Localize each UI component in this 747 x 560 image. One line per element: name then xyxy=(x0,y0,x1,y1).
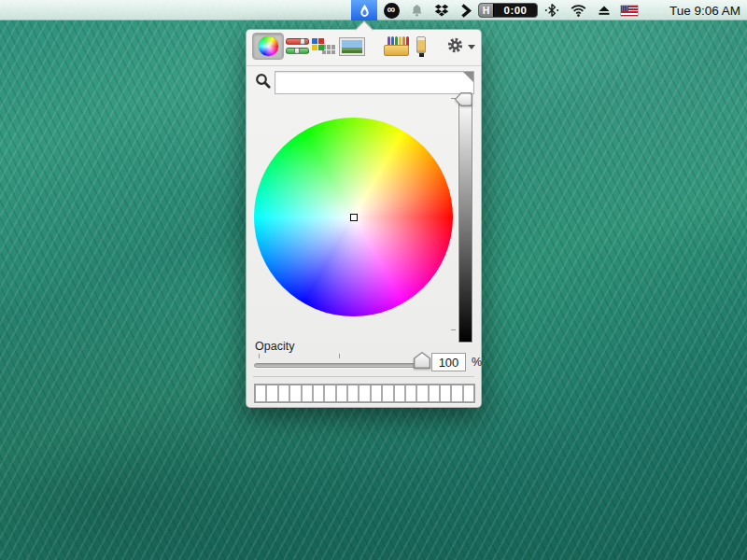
menubar-item-chevron-app[interactable] xyxy=(456,0,476,21)
swatch-cell[interactable] xyxy=(256,385,267,401)
water-drop-icon xyxy=(358,3,372,19)
swatch-cell[interactable] xyxy=(452,385,463,401)
search-field-wrap xyxy=(275,71,474,94)
timer-value: 0:00 xyxy=(494,5,537,16)
menubar-item-input-source[interactable] xyxy=(616,0,642,21)
swatch-cell[interactable] xyxy=(417,385,429,401)
swatch-cell[interactable] xyxy=(430,385,441,401)
color-wheel-cursor[interactable] xyxy=(350,214,358,221)
opacity-slider[interactable] xyxy=(254,363,429,368)
brightness-slider[interactable] xyxy=(458,98,472,343)
image-palette-icon xyxy=(339,37,365,56)
brightness-slider-thumb[interactable] xyxy=(455,92,472,106)
opacity-tick-0 xyxy=(259,354,260,358)
crayon-box-icon xyxy=(384,36,409,56)
menubar-clock[interactable]: Tue 9:06 AM xyxy=(664,4,745,18)
swatch-cell[interactable] xyxy=(348,385,359,401)
timer-badge: H 0:00 xyxy=(478,3,538,18)
swatch-cell[interactable] xyxy=(395,385,406,401)
tab-color-sliders[interactable] xyxy=(285,33,310,60)
color-wheel[interactable] xyxy=(254,118,453,316)
brightness-tick-bottom xyxy=(451,329,456,330)
wifi-icon xyxy=(571,4,586,17)
color-sliders-icon xyxy=(286,38,309,54)
toolbar-divider xyxy=(247,65,481,66)
menubar-item-dropbox[interactable] xyxy=(430,0,454,21)
swatch-cell[interactable] xyxy=(441,385,452,401)
swatch-cell[interactable] xyxy=(303,385,314,401)
swatch-cell[interactable] xyxy=(464,385,473,401)
swatch-cell[interactable] xyxy=(406,385,417,401)
timer-prefix: H xyxy=(479,3,494,18)
opacity-unit: % xyxy=(472,356,482,369)
color-search-input[interactable] xyxy=(275,71,474,94)
swatch-cell[interactable] xyxy=(359,385,371,401)
swatch-cell[interactable] xyxy=(325,385,336,401)
swatch-cell[interactable] xyxy=(267,385,278,401)
chevron-right-icon xyxy=(460,4,472,18)
swatch-cell[interactable] xyxy=(372,385,383,401)
menubar-item-eject[interactable] xyxy=(593,0,614,21)
opacity-tick-50 xyxy=(339,354,340,358)
swatch-divider xyxy=(253,376,474,377)
us-flag-icon xyxy=(621,6,638,16)
menubar-item-bluetooth[interactable] xyxy=(540,0,564,21)
swatch-cell[interactable] xyxy=(383,385,394,401)
action-menu-button[interactable] xyxy=(444,35,476,58)
chevron-down-icon xyxy=(468,45,475,49)
menubar-item-notifications[interactable] xyxy=(405,0,428,21)
opacity-slider-thumb[interactable] xyxy=(414,352,430,369)
menubar-item-color-picker[interactable] xyxy=(351,0,377,21)
menu-bar: ∞ xyxy=(0,0,747,21)
dropbox-icon xyxy=(434,4,449,18)
tab-color-wheel[interactable] xyxy=(252,33,284,60)
menubar-item-creative-cloud[interactable]: ∞ xyxy=(379,0,403,21)
swatch-strip xyxy=(254,384,475,403)
swatch-cell[interactable] xyxy=(279,385,290,401)
swatch-cell[interactable] xyxy=(314,385,325,401)
color-picker-popover: Opacity % xyxy=(246,29,482,408)
swatch-cell[interactable] xyxy=(337,385,348,401)
tab-image-palettes[interactable] xyxy=(338,33,366,60)
opacity-value-input[interactable] xyxy=(431,353,466,371)
menu-bar-status-items: ∞ xyxy=(351,0,745,21)
field-corner-fold-icon xyxy=(463,72,473,82)
creative-cloud-icon: ∞ xyxy=(384,3,400,19)
tab-crayon-box[interactable] xyxy=(382,33,410,60)
color-palettes-icon xyxy=(312,38,335,54)
paint-tube-icon xyxy=(416,36,427,57)
color-wheel-icon xyxy=(259,36,278,56)
bell-icon xyxy=(410,3,424,18)
eject-icon xyxy=(598,5,611,17)
search-icon xyxy=(255,73,272,93)
desktop-wallpaper: ∞ xyxy=(0,0,747,560)
swatch-cell[interactable] xyxy=(290,385,302,401)
gear-icon xyxy=(446,36,464,58)
bluetooth-icon xyxy=(544,3,559,18)
menubar-item-timer[interactable]: H 0:00 xyxy=(478,0,538,21)
tab-color-palettes[interactable] xyxy=(311,33,336,60)
tab-paint-tube[interactable] xyxy=(413,33,430,60)
opacity-label: Opacity xyxy=(255,340,294,353)
menubar-item-wifi[interactable] xyxy=(566,0,591,21)
